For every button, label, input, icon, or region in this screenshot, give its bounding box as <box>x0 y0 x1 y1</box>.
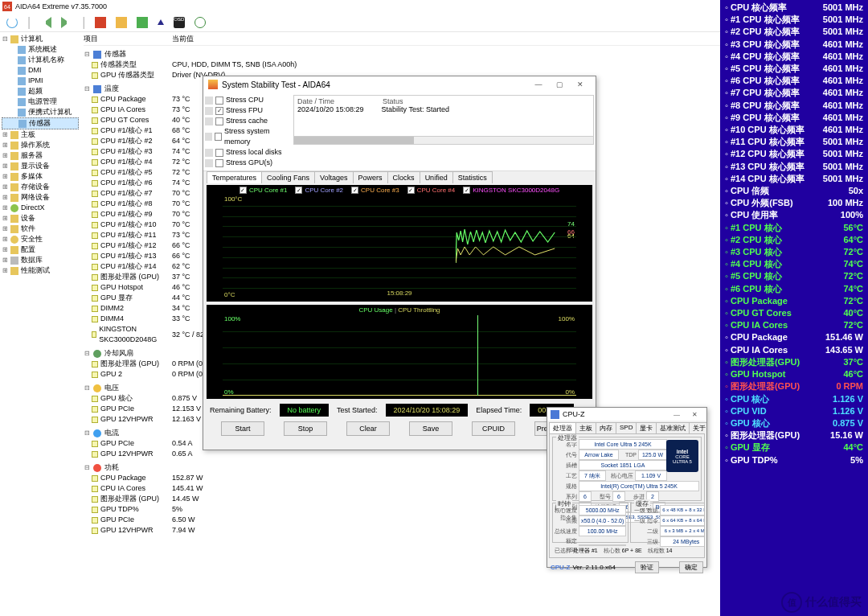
checkbox-icon[interactable] <box>215 149 223 157</box>
stress-check-stress-local-disks[interactable]: Stress local disks <box>205 147 290 158</box>
legend-item[interactable]: CPU Core #3 <box>351 187 399 194</box>
cpuz-titlebar[interactable]: CPU-Z — ✕ <box>547 408 706 421</box>
tree-item-多媒体[interactable]: ⊞多媒体 <box>2 171 79 182</box>
flame-icon[interactable] <box>116 17 127 28</box>
close-button[interactable]: ✕ <box>570 78 591 91</box>
monitor-icon[interactable] <box>137 17 148 28</box>
tree-item-DirectX[interactable]: ⊞DirectX <box>2 203 79 213</box>
refresh-icon[interactable] <box>6 17 18 28</box>
checkbox-icon[interactable] <box>215 133 222 141</box>
sst-tab-temperatures[interactable]: Temperatures <box>207 171 262 183</box>
sensor-leaf-icon <box>92 274 98 281</box>
sst-tab-voltages[interactable]: Voltages <box>314 171 354 183</box>
tree-item-便携式计算机[interactable]: 便携式计算机 <box>2 107 79 117</box>
row-sensor-type[interactable]: 传感器类型CPU, HDD, DIMM TS, SNB (ISA A00h) <box>84 60 720 70</box>
tree-item-性能测试[interactable]: ⊞性能测试 <box>2 265 79 276</box>
tree-item-系统概述[interactable]: 系统概述 <box>2 44 79 55</box>
sensor-leaf-icon <box>92 243 98 249</box>
sst-log[interactable]: Date / TimeStatus 2024/10/20 15:08:29Sta… <box>293 95 594 145</box>
prefs-icon[interactable] <box>194 17 206 28</box>
ylab-top: 100°C <box>224 195 242 203</box>
legend-item[interactable]: CPU Core #2 <box>295 187 343 194</box>
osd-row: ◦ #7 CPU 核心频率4601 MHz <box>725 87 863 99</box>
tree-item-主板[interactable]: ⊞主板 <box>2 129 79 140</box>
osd-icon[interactable]: OSD <box>174 17 185 28</box>
intel-badge: intel CORE ULTRA 5 <box>666 440 698 472</box>
sst-tab-clocks[interactable]: Clocks <box>387 171 420 183</box>
tree-item-服务器[interactable]: ⊞服务器 <box>2 150 79 161</box>
stress-check-stress-system-memory[interactable]: Stress system memory <box>205 126 290 147</box>
stability-test-window[interactable]: System Stability Test - AIDA64 — ▢ ✕ Str… <box>203 76 596 450</box>
report-icon[interactable] <box>95 17 106 28</box>
legend-item[interactable]: CPU Core #4 <box>407 187 456 194</box>
sst-titlebar[interactable]: System Stability Test - AIDA64 — ▢ ✕ <box>203 76 596 92</box>
cpuz-tab-2[interactable]: 内存 <box>596 422 616 433</box>
cpuz-tab-4[interactable]: 显卡 <box>636 422 657 433</box>
minimize-button[interactable]: — <box>528 78 549 91</box>
stress-check-stress-cache[interactable]: Stress cache <box>205 116 290 126</box>
checkbox-icon[interactable] <box>215 107 223 115</box>
tree-item-计算机名称[interactable]: 计算机名称 <box>2 55 79 65</box>
tree-item-超频[interactable]: 超频 <box>2 86 79 97</box>
tree-item-电源管理[interactable]: 电源管理 <box>2 97 79 107</box>
sst-tab-unified[interactable]: Unified <box>420 171 453 183</box>
maximize-button[interactable]: ▢ <box>549 78 570 91</box>
tree-item-IPMI[interactable]: IPMI <box>2 76 79 86</box>
checkbox-icon[interactable] <box>295 187 302 194</box>
cpuz-tab-1[interactable]: 主板 <box>575 422 596 433</box>
tree-computer[interactable]: ⊟计算机 <box>2 34 79 44</box>
back-icon[interactable] <box>40 17 51 28</box>
stop-button[interactable]: Stop <box>284 421 327 436</box>
legend-item[interactable]: KINGSTON SKC3000D2048G <box>463 187 559 194</box>
checkbox-icon[interactable] <box>407 187 415 194</box>
leaf-icon <box>18 67 26 75</box>
group-sensor[interactable]: ⊟传感器 <box>84 49 720 60</box>
tree-item-传感器[interactable]: 传感器 <box>2 117 79 129</box>
sst-tab-statistics[interactable]: Statistics <box>452 171 493 183</box>
tree-item-显示设备[interactable]: ⊞显示设备 <box>2 161 79 171</box>
checkbox-icon[interactable] <box>351 187 358 194</box>
cpuz-tab-6[interactable]: 关于 <box>689 422 706 433</box>
sst-tab-powers[interactable]: Powers <box>353 171 388 183</box>
hdr-item[interactable]: 项目 <box>84 34 172 44</box>
tree-item-安全性[interactable]: ⊞安全性 <box>2 234 79 244</box>
log-scrollbar[interactable] <box>294 136 593 144</box>
aida64-tree[interactable]: ⊟计算机 系统概述计算机名称DMIIPMI超频电源管理便携式计算机传感器 ⊞主板… <box>0 32 80 616</box>
stress-check-stress-fpu[interactable]: Stress FPU <box>205 105 290 116</box>
stress-check-stress-cpu[interactable]: Stress CPU <box>205 95 290 105</box>
hdr-value[interactable]: 当前值 <box>172 34 720 44</box>
tree-item-设备[interactable]: ⊞设备 <box>2 213 79 224</box>
tree-item-软件[interactable]: ⊞软件 <box>2 224 79 234</box>
save-button[interactable]: Save <box>409 421 452 436</box>
checkbox-icon[interactable] <box>215 117 223 125</box>
tree-item-网络设备[interactable]: ⊞网络设备 <box>2 192 79 203</box>
validate-button[interactable]: 验证 <box>635 561 659 573</box>
checkbox-icon[interactable] <box>463 187 470 194</box>
legend-item[interactable]: CPU Core #1 <box>240 187 288 194</box>
tree-item-操作系统[interactable]: ⊞操作系统 <box>2 140 79 150</box>
start-button[interactable]: Start <box>221 421 264 436</box>
cpuz-tab-0[interactable]: 处理器 <box>549 422 576 433</box>
cpuz-minimize-button[interactable]: — <box>668 409 686 420</box>
ylab2-top: 100% <box>224 315 240 322</box>
tree-item-配置[interactable]: ⊞配置 <box>2 244 79 255</box>
forward-icon[interactable] <box>61 17 72 28</box>
stress-check-stress-gpu(s)[interactable]: Stress GPU(s) <box>205 158 290 168</box>
sst-tab-cooling fans[interactable]: Cooling Fans <box>261 171 315 183</box>
cpuz-tab-3[interactable]: SPD <box>616 422 637 433</box>
cpuz-tab-5[interactable]: 基准测试 <box>656 422 690 433</box>
checkbox-icon[interactable] <box>215 159 223 167</box>
test-started-value: 2024/10/20 15:08:29 <box>386 404 469 417</box>
checkbox-icon[interactable] <box>240 187 247 194</box>
cpuid-button[interactable]: CPUID <box>472 421 515 436</box>
cpuz-window[interactable]: CPU-Z — ✕ 处理器主板内存SPD显卡基准测试关于 处理器 intel C… <box>547 407 707 568</box>
arrow-icon[interactable] <box>158 19 164 25</box>
ok-button[interactable]: 确定 <box>679 561 703 573</box>
cpuz-close-button[interactable]: ✕ <box>686 409 703 420</box>
checkbox-icon[interactable] <box>215 97 223 105</box>
tree-item-存储设备[interactable]: ⊞存储设备 <box>2 182 79 192</box>
tree-item-DMI[interactable]: DMI <box>2 65 79 76</box>
aida64-titlebar[interactable]: 64 AIDA64 Extreme v7.35.7000 <box>0 0 720 13</box>
tree-item-数据库[interactable]: ⊞数据库 <box>2 255 79 265</box>
clear-button[interactable]: Clear <box>346 421 390 436</box>
